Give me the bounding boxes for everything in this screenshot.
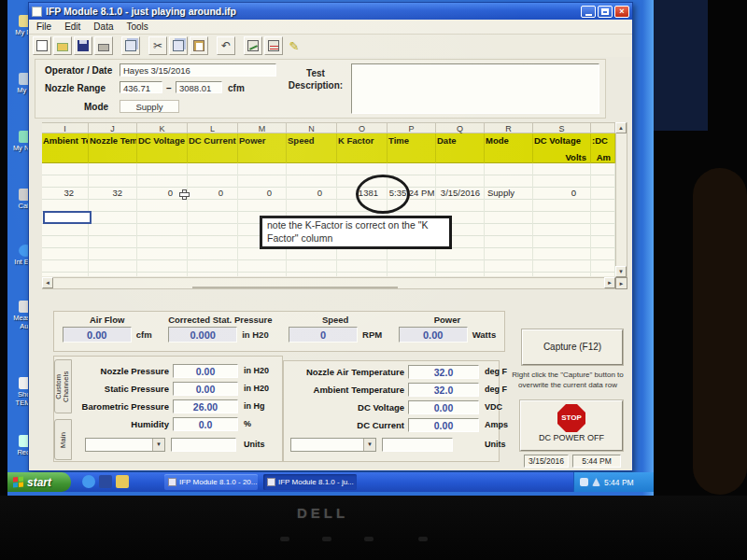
edit-pencil-icon: ✎ [289,39,300,53]
dropdown-arrow-icon[interactable]: ▼ [152,439,164,451]
left-channel-value-field[interactable] [171,438,236,452]
edit-button[interactable]: ✎ [285,36,303,55]
speed-value: 0 [289,327,358,343]
menu-data[interactable]: Data [93,21,113,32]
quicklaunch-desktop-icon[interactable] [99,475,112,488]
menu-file[interactable]: File [36,21,51,32]
column-letter[interactable]: J [89,122,137,133]
static-pressure-field[interactable]: 0.00 [173,382,238,396]
nozzle-range-max-field[interactable]: 3088.01 [176,81,222,93]
scroll-down-icon[interactable]: ▼ [615,266,627,277]
save-button[interactable] [74,36,92,55]
scroll-right-icon[interactable]: ► [604,277,615,288]
new-file-button[interactable] [33,36,51,55]
column-letter[interactable]: M [238,122,287,133]
scroll-corner-icon[interactable]: ► [615,277,627,289]
dc-current-label: DC Current [287,420,404,430]
data-grid: I J K L M N O P Q R S Ambient Ter Nozzle… [42,122,615,276]
mode-field[interactable]: Supply [120,100,179,113]
tab-custom-channels[interactable]: Custom Channels [54,359,72,413]
quicklaunch-folder-icon[interactable] [116,475,129,488]
cell-speed[interactable]: 0 [287,188,337,200]
nozzle-pressure-field[interactable]: 0.00 [173,364,238,378]
start-button[interactable]: start [7,472,71,492]
column-letter[interactable]: I [42,122,89,133]
tray-volume-icon[interactable] [592,478,600,486]
cell-dc-current[interactable]: 0 [188,188,238,200]
menu-tools[interactable]: Tools [126,21,148,32]
scroll-left-icon[interactable]: ◄ [42,277,53,288]
export-button[interactable] [121,36,140,55]
column-letter[interactable]: R [485,122,533,133]
column-letter[interactable]: O [337,122,388,133]
scroll-up-icon[interactable]: ▲ [615,122,627,133]
left-channel-dropdown[interactable]: ▼ [85,438,165,452]
maximize-button[interactable] [598,6,613,18]
dropdown-arrow-icon[interactable]: ▼ [363,439,375,451]
menu-edit[interactable]: Edit [64,21,80,32]
tray-clock[interactable]: 5:44 PM [604,478,634,487]
cell-mode[interactable]: Supply [485,188,533,200]
cell-dc-voltage-volts[interactable]: 0 [533,188,591,200]
mode-label: Mode [84,102,108,112]
cell-nozzle-temp[interactable]: 32 [89,188,137,200]
data-row: 32 32 0 0 0 0 1381 5:35:24 PM 3/15/2016 … [42,188,615,200]
corrected-pressure-readout: Corrected Stat. Pressure 0.000in H20 [168,315,272,351]
selected-cell[interactable] [43,211,92,224]
barometric-pressure-unit: in Hg [244,401,265,411]
nozzle-range-min-field[interactable]: 436.71 [120,81,162,93]
right-channel-dropdown[interactable]: ▼ [290,438,376,452]
nozzle-air-temp-field[interactable]: 32.0 [408,365,479,379]
paste-button[interactable] [190,36,208,55]
cut-button[interactable]: ✂ [148,36,167,55]
horizontal-scrollbar[interactable]: ◄ ► [42,277,615,289]
header-date: Date [436,133,485,163]
monitor-button [280,537,289,541]
right-channel-value-field[interactable] [382,438,453,452]
close-button[interactable]: × [614,6,629,18]
quicklaunch-ie-icon[interactable] [82,475,95,488]
column-letter[interactable]: Q [436,122,485,133]
minimize-button[interactable] [581,6,596,18]
operator-date-label: Operator / Date [45,65,112,76]
dc-power-off-button[interactable]: STOP DC POWER OFF [520,400,623,451]
tray-display-icon[interactable] [580,478,588,486]
taskbar-window-2-active[interactable]: IFP Module 8.1.0 - ju... [263,474,357,490]
column-letter[interactable] [591,122,615,133]
ambient-temp-field[interactable]: 32.0 [408,383,479,397]
column-letter[interactable]: L [188,122,238,133]
column-letter[interactable]: S [533,122,591,133]
column-letter[interactable]: K [137,122,188,133]
cell-ambient-temp[interactable]: 32 [42,188,89,200]
stop-sign-icon: STOP [557,404,585,432]
vertical-scrollbar[interactable]: ▲ ▼ [615,122,627,277]
copy-icon [173,40,184,51]
fit-button[interactable] [264,36,283,55]
operator-date-field[interactable]: Hayes 3/15/2016 [120,63,276,77]
capture-button[interactable]: Capture (F12) [522,329,623,365]
dc-voltage-field[interactable]: 0.00 [408,400,479,414]
print-icon [98,44,109,51]
undo-button[interactable]: ↶ [217,36,235,55]
column-letter[interactable]: N [287,122,337,133]
scrollbar-thumb[interactable] [192,287,398,288]
taskbar-window-1[interactable]: IFP Module 8.1.0 - 20... [164,474,258,490]
title-bar[interactable]: IFP Module 8.1.0 - just playing around.i… [29,3,632,20]
cell-power[interactable]: 0 [238,188,287,200]
cell-date[interactable]: 3/15/2016 [436,188,485,200]
open-button[interactable] [53,36,72,55]
plot-button[interactable] [244,36,262,55]
humidity-field[interactable]: 0.0 [173,417,238,431]
save-icon [78,40,89,51]
photo-background-shadow [693,168,747,495]
cell-partial[interactable] [591,188,615,200]
dc-current-field[interactable]: 0.00 [408,418,479,432]
barometric-pressure-field[interactable]: 26.00 [173,399,238,413]
system-tray: 5:44 PM [573,472,654,492]
column-letter[interactable]: P [388,122,436,133]
header-dc-voltage-volts: DC VoltageVolts [533,133,591,163]
tab-main[interactable]: Main [54,419,72,460]
test-description-field[interactable] [351,63,599,114]
print-button[interactable] [94,36,113,55]
copy-button[interactable] [169,36,188,55]
